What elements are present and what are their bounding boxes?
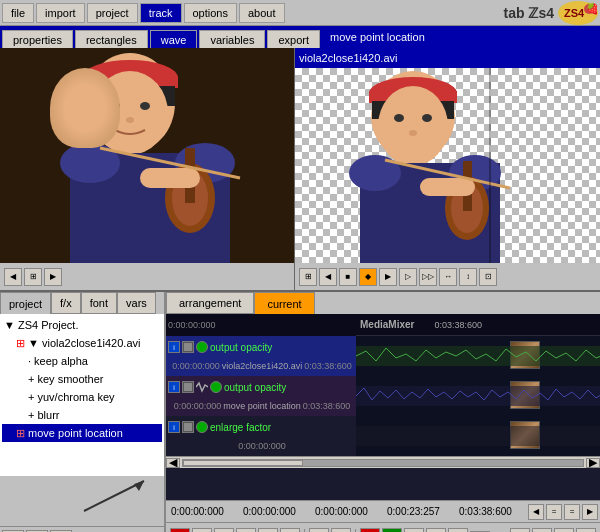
go-to-in-btn[interactable]: ◀ (404, 528, 424, 533)
table-row: i output opacity 0:00:00:000 move point … (166, 376, 600, 416)
transport-separator-2 (355, 529, 356, 533)
right-ctrl-yellow[interactable]: ◆ (359, 268, 377, 286)
right-ctrl-stop[interactable]: ■ (339, 268, 357, 286)
row-icon-info[interactable]: i (168, 341, 180, 353)
video-right-panel: viola2close1i420.avi (295, 48, 600, 290)
sub-tab-rectangles[interactable]: rectangles (75, 30, 148, 48)
menu-project[interactable]: project (87, 3, 138, 23)
tree-tab-vars[interactable]: vars (117, 292, 156, 314)
row-icon-green2[interactable] (210, 381, 222, 393)
tree-bottom-area (0, 476, 164, 526)
nav-eq2-btn[interactable]: = (564, 504, 580, 520)
nav-next-btn[interactable]: ▶ (582, 504, 598, 520)
svg-rect-42 (356, 426, 600, 446)
play-btn[interactable]: ▶ (258, 528, 278, 533)
transport-separator (304, 529, 305, 533)
right-ctrl-1[interactable]: ⊞ (299, 268, 317, 286)
sub-tab-variables[interactable]: variables (199, 30, 265, 48)
video-controls-left: ◀ ⊞ ▶ (0, 263, 294, 290)
list-item[interactable]: + blurr (2, 406, 162, 424)
horizontal-scrollbar[interactable]: ◀ ▶ (166, 456, 600, 468)
eq-btn1[interactable]: = (532, 528, 552, 533)
menu-import[interactable]: import (36, 3, 85, 23)
svg-point-27 (422, 114, 432, 122)
loop-btn[interactable]: ⟳ (309, 528, 329, 533)
record-btn[interactable]: ■ (170, 528, 190, 533)
right-ctrl-6[interactable]: ⊡ (479, 268, 497, 286)
right-ctrl-4[interactable]: ↔ (439, 268, 457, 286)
row-icon-green[interactable] (196, 341, 208, 353)
mark-in-btn[interactable]: ◀ (360, 528, 380, 533)
nav-prev-btn[interactable]: ◀ (528, 504, 544, 520)
right-ctrl-play[interactable]: ▶ (379, 268, 397, 286)
rewind-btn[interactable]: ◀◀ (214, 528, 234, 533)
table-row: i enlarge factor 0:00:00:000 (166, 416, 600, 456)
diagonal-arrow-icon (74, 476, 154, 521)
table-row: i output opacity 0:00:00:000 viola2close… (166, 336, 600, 376)
frame-indicator-btn[interactable]: ⊞ (24, 268, 42, 286)
list-item[interactable]: ⊞ ▼ viola2close1i420.avi (2, 334, 162, 352)
right-ctrl-5[interactable]: ↕ (459, 268, 477, 286)
menu-file[interactable]: file (2, 3, 34, 23)
scrollbar-track[interactable] (182, 459, 584, 467)
tree-tab-fx[interactable]: f/x (51, 292, 81, 314)
scroll-left-btn[interactable]: ◀ (166, 458, 180, 468)
row-icon-v[interactable] (182, 341, 194, 353)
bottom-panel: project f/x font vars ▼ ZS4 Project. ⊞ ▼… (0, 290, 600, 532)
sub-tab-wave[interactable]: wave (150, 30, 198, 48)
list-item[interactable]: + key smoother (2, 370, 162, 388)
skip-forward-btn[interactable]: ▶| (280, 528, 300, 533)
sub-tab-label: move point location (322, 26, 598, 48)
right-ctrl-3[interactable]: ▷▷ (419, 268, 437, 286)
eq-btn2[interactable]: = (554, 528, 574, 533)
timeline-bottom-times: 0:00:00:000 0:00:00:000 0:00:00:000 0:00… (166, 500, 600, 522)
next-frame-btn[interactable]: ▶ (44, 268, 62, 286)
mark-out-btn[interactable]: ▶ (382, 528, 402, 533)
go-to-out-btn[interactable]: ▶ (426, 528, 446, 533)
video-display-right (295, 68, 600, 263)
scrollbar-thumb[interactable] (183, 460, 303, 466)
row-icon-green3[interactable] (196, 421, 208, 433)
next-track-btn[interactable]: ▶ (576, 528, 596, 533)
waveform-icon (196, 381, 208, 393)
tree-tab-font[interactable]: font (81, 292, 117, 314)
svg-text:🍓: 🍓 (586, 1, 597, 15)
tree-tab-project[interactable]: project (0, 292, 51, 314)
menu-options[interactable]: options (184, 3, 237, 23)
svg-point-28 (409, 130, 417, 136)
menu-track[interactable]: track (140, 3, 182, 23)
list-item[interactable]: · keep alpha (2, 352, 162, 370)
row-icon-v2[interactable] (182, 381, 194, 393)
row-icon-info2[interactable]: i (168, 381, 180, 393)
row-icon-v3[interactable] (182, 421, 194, 433)
tree-content: ▼ ZS4 Project. ⊞ ▼ viola2close1i420.avi … (0, 314, 164, 476)
svg-rect-37 (510, 68, 600, 263)
row-icon-info3[interactable]: i (168, 421, 180, 433)
menu-about[interactable]: about (239, 3, 285, 23)
list-item[interactable]: + yuv/chroma key (2, 388, 162, 406)
list-item-selected[interactable]: ⊞ move point location (2, 424, 162, 442)
timeline-tabs: arrangement current (166, 292, 600, 314)
list-item[interactable]: ▼ ZS4 Project. (2, 316, 162, 334)
prev-track-btn[interactable]: ◀ (510, 528, 530, 533)
right-ctrl-2[interactable]: ▷ (399, 268, 417, 286)
zoom-btn[interactable]: 🔍 (331, 528, 351, 533)
svg-marker-39 (134, 481, 144, 491)
prev-frame-btn[interactable]: ◀ (4, 268, 22, 286)
menu-bar: file import project track options about … (0, 0, 600, 26)
scroll-right-btn[interactable]: ▶ (586, 458, 600, 468)
skip-back-btn[interactable]: |◀ (192, 528, 212, 533)
tab-current[interactable]: current (254, 292, 314, 314)
transport-bar: ■ |◀ ◀◀ ▐▐ ▶ ▶| ⟳ 🔍 ◀ ▶ ◀ ▶ + 1 ◀ = = ▶ (166, 522, 600, 532)
tab-arrangement[interactable]: arrangement (166, 292, 254, 314)
right-ctrl-prev[interactable]: ◀ (319, 268, 337, 286)
app-logo: ZS4 🍓 (558, 1, 598, 25)
video-frame-left (0, 48, 294, 263)
timeline-panel: arrangement current 0:00:00:000 MediaMix… (166, 292, 600, 532)
nav-eq1-btn[interactable]: = (546, 504, 562, 520)
sub-tab-export[interactable]: export (267, 30, 320, 48)
pause-btn[interactable]: ▐▐ (236, 528, 256, 533)
sub-tab-properties[interactable]: properties (2, 30, 73, 48)
add-btn[interactable]: + (448, 528, 468, 533)
svg-point-9 (92, 71, 168, 155)
